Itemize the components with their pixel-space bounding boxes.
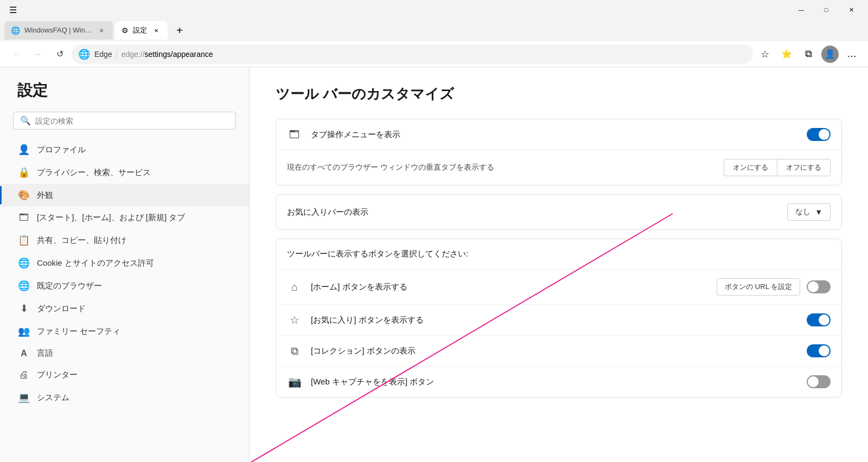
- sidebar-item-family[interactable]: 👥 ファミリー セーフティ: [0, 320, 249, 343]
- webcapture-button-toggle[interactable]: [807, 375, 831, 388]
- webcapture-icon: 📷: [287, 375, 302, 388]
- sidebar-item-label-system: システム: [37, 393, 69, 403]
- family-nav-icon: 👥: [17, 325, 30, 337]
- home-button-toggle[interactable]: [807, 280, 831, 293]
- settings-card-tab: 🗔 タブ操作メニューを表示 現在のすべてのブラウザー ウィンドウの垂直タブを表示…: [276, 119, 842, 185]
- privacy-nav-icon: 🔒: [17, 166, 30, 178]
- tab-settings[interactable]: ⚙ 設定 ✕: [115, 21, 168, 40]
- toolbar-buttons-header: ツールバーに表示するボタンを選択してください:: [276, 239, 841, 270]
- vertical-tabs-off-button[interactable]: オフにする: [777, 159, 831, 176]
- toolbar-buttons-section-label: ツールバーに表示するボタンを選択してください:: [287, 249, 831, 259]
- favorites-bar-row: お気に入りバーの表示 なし ▼: [276, 195, 841, 229]
- new-tab-button[interactable]: +: [170, 21, 189, 40]
- settings-card-favorites: お気に入りバーの表示 なし ▼: [276, 194, 842, 230]
- favorites-button-row: ☆ [お気に入り] ボタンを表示する: [276, 305, 841, 336]
- home-url-button[interactable]: ボタンの URL を設定: [717, 278, 800, 296]
- tab-close-windowsfaq[interactable]: ✕: [97, 25, 106, 35]
- toggle-knob: [808, 281, 819, 292]
- search-icon: 🔍: [20, 116, 31, 126]
- collections-button-label: [コレクション] ボタンの表示: [311, 346, 807, 356]
- sidebar-item-cookie[interactable]: 🌐 Cookie とサイトのアクセス許可: [0, 252, 249, 274]
- profile-nav-icon: 👤: [17, 144, 30, 156]
- sidebar-item-label-start: [スタート]、[ホーム]、および [新規] タブ: [37, 213, 185, 223]
- titlebar-left: ☰: [4, 1, 22, 18]
- star-icon: ☆: [287, 313, 302, 326]
- back-button[interactable]: ←: [7, 44, 26, 64]
- reading-list-icon-button[interactable]: ⭐: [777, 44, 796, 64]
- favorites-bar-label: お気に入りバーの表示: [287, 207, 787, 217]
- close-button[interactable]: ✕: [839, 0, 864, 20]
- vertical-tabs-label: 現在のすべてのブラウザー ウィンドウの垂直タブを表示する: [287, 163, 724, 172]
- toggle-knob: [819, 345, 829, 356]
- toolbar: ← → ↺ 🌐 Edge edge://settings/appearance …: [0, 41, 868, 67]
- tab-menu-icon: 🗔: [287, 129, 302, 141]
- window-controls: — □ ✕: [789, 0, 864, 20]
- tab-title-settings: 設定: [133, 25, 147, 35]
- address-divider: [117, 50, 117, 59]
- sidebar-item-profile[interactable]: 👤 プロファイル: [0, 138, 249, 161]
- toggle-knob: [808, 376, 819, 387]
- content-title: ツール バーのカスタマイズ: [276, 85, 842, 104]
- sidebar-item-system[interactable]: 💻 システム: [0, 386, 249, 409]
- toolbar-icons: ☆ ⭐ ⧉ 👤 …: [755, 44, 861, 64]
- language-nav-icon: A: [17, 349, 30, 358]
- home-button-label: [ホーム] ボタンを表示する: [311, 282, 717, 292]
- tab-title-windowsfaq: WindowsFAQ | Windows10 サポ…: [24, 25, 92, 35]
- collections-icon: ⧉: [287, 345, 302, 357]
- sidebar-item-printer[interactable]: 🖨 プリンター: [0, 364, 249, 386]
- sidebar-item-label-printer: プリンター: [37, 370, 78, 380]
- vertical-tabs-btn-group: オンにする オフにする: [724, 159, 831, 176]
- toggle-knob: [819, 129, 829, 140]
- refresh-button[interactable]: ↺: [50, 44, 69, 64]
- tab-menu-row: 🗔 タブ操作メニューを表示: [276, 119, 841, 150]
- tab-menu-toggle[interactable]: [807, 128, 831, 141]
- sidebar-item-language[interactable]: A 言語: [0, 343, 249, 364]
- tab-menu-label: タブ操作メニューを表示: [311, 130, 807, 140]
- address-bar[interactable]: 🌐 Edge edge://settings/appearance: [72, 44, 753, 64]
- sidebar-item-start[interactable]: 🗔 [スタート]、[ホーム]、および [新規] タブ: [0, 207, 249, 229]
- home-icon: ⌂: [287, 281, 302, 293]
- tab-close-settings[interactable]: ✕: [151, 25, 161, 35]
- sidebar-item-download[interactable]: ⬇ ダウンロード: [0, 297, 249, 320]
- profile-icon-button[interactable]: 👤: [820, 44, 840, 64]
- maximize-button[interactable]: □: [814, 0, 839, 20]
- start-nav-icon: 🗔: [17, 212, 30, 223]
- collections-button-toggle[interactable]: [807, 344, 831, 357]
- sidebar-item-share[interactable]: 📋 共有、コピー、貼り付け: [0, 229, 249, 252]
- settings-search-input[interactable]: [35, 117, 229, 125]
- url-path: settings/appearance: [145, 50, 213, 59]
- titlebar: ☰ — □ ✕: [0, 0, 868, 20]
- sidebar-toggle-icon[interactable]: ☰: [4, 1, 22, 18]
- minimize-button[interactable]: —: [789, 0, 814, 20]
- vertical-tabs-row: 現在のすべてのブラウザー ウィンドウの垂直タブを表示する オンにする オフにする: [276, 150, 841, 185]
- sidebar-item-privacy[interactable]: 🔒 プライバシー、検索、サービス: [0, 161, 249, 184]
- sidebar-item-appearance[interactable]: 🎨 外観: [0, 184, 249, 207]
- sidebar: 設定 🔍 👤 プロファイル 🔒 プライバシー、検索、サービス 🎨 外観 🗔 [ス…: [0, 67, 250, 462]
- more-button[interactable]: …: [842, 44, 861, 64]
- webcapture-button-row: 📷 [Web キャプチャをを表示] ボタン: [276, 367, 841, 397]
- sidebar-item-browser[interactable]: 🌐 既定のブラウザー: [0, 274, 249, 297]
- sidebar-title: 設定: [0, 80, 249, 112]
- sidebar-item-label-share: 共有、コピー、貼り付け: [37, 235, 126, 246]
- favorites-bar-dropdown[interactable]: なし ▼: [787, 203, 831, 221]
- forward-button[interactable]: →: [28, 44, 48, 64]
- address-url: edge://settings/appearance: [122, 50, 746, 59]
- collections-icon-button[interactable]: ⧉: [799, 44, 818, 64]
- sidebar-item-label-browser: 既定のブラウザー: [37, 281, 102, 291]
- sidebar-item-label-language: 言語: [37, 348, 53, 358]
- share-nav-icon: 📋: [17, 234, 30, 246]
- favorites-button-label: [お気に入り] ボタンを表示する: [311, 315, 807, 325]
- vertical-tabs-on-button[interactable]: オンにする: [724, 159, 777, 176]
- content-area: ツール バーのカスタマイズ 🗔 タブ操作メニューを表示 現在のすべてのブラウザー…: [250, 67, 868, 462]
- edge-logo-icon: 🌐: [78, 48, 90, 60]
- favorites-icon-button[interactable]: ☆: [755, 44, 775, 64]
- tab-windowsfaq[interactable]: 🌐 WindowsFAQ | Windows10 サポ… ✕: [4, 21, 113, 40]
- sidebar-item-label-download: ダウンロード: [37, 304, 86, 314]
- collections-button-row: ⧉ [コレクション] ボタンの表示: [276, 336, 841, 367]
- sidebar-item-label-family: ファミリー セーフティ: [37, 326, 120, 337]
- settings-search-box[interactable]: 🔍: [13, 112, 236, 130]
- tab-favicon-settings: ⚙: [122, 26, 129, 35]
- favorites-button-toggle[interactable]: [807, 313, 831, 326]
- cookie-nav-icon: 🌐: [17, 257, 30, 269]
- toggle-knob: [819, 315, 829, 325]
